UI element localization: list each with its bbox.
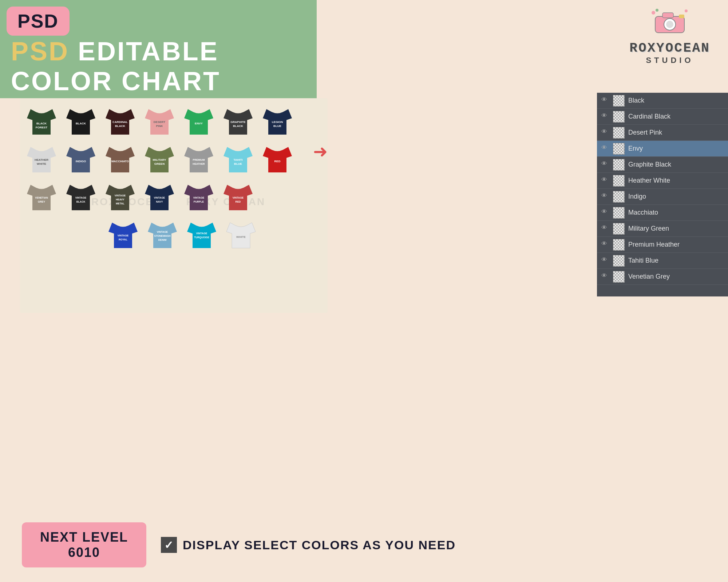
svg-text:GRAPHITE: GRAPHITE <box>230 120 246 124</box>
svg-text:HEATHER: HEATHER <box>193 163 205 165</box>
layer-name-envy: Envy <box>628 145 643 152</box>
layer-heather-white[interactable]: 👁 Heather White <box>597 173 728 189</box>
eye-icon[interactable]: 👁 <box>601 96 610 105</box>
svg-point-6 <box>656 9 658 12</box>
layer-tahiti-blue[interactable]: 👁 Tahiti Blue <box>597 253 728 269</box>
shirt-vintage-stonewash: VINTAGESTONEWASHDENIM <box>143 215 182 252</box>
svg-text:HEAVY: HEAVY <box>116 198 124 201</box>
layer-venetian-grey[interactable]: 👁 Venetian Grey <box>597 269 728 285</box>
svg-text:CARDINAL: CARDINAL <box>112 120 128 124</box>
arrow-indicator: ➜ <box>313 141 328 162</box>
svg-text:MILITARY: MILITARY <box>153 158 167 162</box>
eye-icon[interactable]: 👁 <box>601 112 610 121</box>
svg-text:VINTAGE: VINTAGE <box>196 232 207 235</box>
eye-icon[interactable]: 👁 <box>601 240 610 249</box>
layer-name-indigo: Indigo <box>628 193 646 200</box>
shirt-premium-heather: PREMIUMHEATHER <box>179 140 218 176</box>
svg-text:WHITE: WHITE <box>37 162 46 166</box>
eye-icon[interactable]: 👁 <box>601 176 610 185</box>
svg-text:LEGION: LEGION <box>272 120 283 124</box>
layer-name-premium-heather: Premium Heather <box>628 241 680 248</box>
layer-premium-heather[interactable]: 👁 Premium Heather <box>597 237 728 253</box>
shirt-military-green: MILITARYGREEN <box>140 140 179 176</box>
eye-icon[interactable]: 👁 <box>601 144 610 153</box>
layer-name-graphite-black: Graphite Black <box>628 161 671 168</box>
svg-text:STONEWASH: STONEWASH <box>154 235 171 237</box>
layer-graphite-black[interactable]: 👁 Graphite Black <box>597 157 728 173</box>
shirt-legion-blue: LEGIONBLUE <box>258 102 297 138</box>
layer-cardinal-black[interactable]: 👁 Cardinal Black <box>597 109 728 125</box>
svg-text:PREMIUM: PREMIUM <box>193 159 205 161</box>
svg-text:BLACK: BLACK <box>115 124 125 128</box>
layer-desert-pink[interactable]: 👁 Desert Pink <box>597 125 728 141</box>
eye-icon[interactable]: 👁 <box>601 160 610 169</box>
next-level-badge: NEXT LEVEL 6010 <box>22 522 146 567</box>
shirt-envy: ENVY <box>179 102 218 138</box>
svg-text:RED: RED <box>274 160 281 163</box>
layer-thumbnail <box>613 271 625 283</box>
eye-icon[interactable]: 👁 <box>601 256 610 265</box>
shirt-grid: BLACKFOREST BLACK CARDINALBLACK DESERTPI… <box>22 102 324 252</box>
bottom-bar: NEXT LEVEL 6010 ✓ DISPLAY SELECT COLORS … <box>22 522 706 567</box>
svg-point-7 <box>685 9 688 12</box>
title-line2: COLOR CHART <box>11 66 221 96</box>
shirt-macchiato: MACCHIATO <box>100 140 140 176</box>
shirt-graphite-black: GRAPHITEBLACK <box>218 102 258 138</box>
layer-thumbnail <box>613 207 625 219</box>
svg-text:TAHITI: TAHITI <box>233 158 242 162</box>
svg-text:VINTAGE: VINTAGE <box>154 196 165 199</box>
svg-text:BLACK: BLACK <box>233 124 243 128</box>
svg-rect-4 <box>679 15 684 18</box>
psd-badge-label: PSD <box>17 11 59 32</box>
svg-text:ENVY: ENVY <box>195 122 203 125</box>
svg-text:BLUE: BLUE <box>273 124 281 128</box>
display-select-label: DISPLAY SELECT COLORS AS YOU NEED <box>183 538 456 552</box>
layer-thumbnail <box>613 95 625 107</box>
shirt-vintage-royal: VINTAGEROYAL <box>103 215 143 252</box>
shirt-heather-white: HEATHERWHITE <box>22 140 61 176</box>
eye-icon[interactable]: 👁 <box>601 192 610 201</box>
display-select-area: ✓ DISPLAY SELECT COLORS AS YOU NEED <box>161 537 456 553</box>
layer-black[interactable]: 👁 Black <box>597 93 728 109</box>
svg-text:BLUE: BLUE <box>234 162 242 166</box>
eye-icon[interactable]: 👁 <box>601 272 610 281</box>
eye-icon[interactable]: 👁 <box>601 224 610 233</box>
layer-name-black: Black <box>628 97 644 104</box>
shirt-row-4: VINTAGEROYAL VINTAGESTONEWASHDENIM VINTA… <box>22 215 324 252</box>
layer-military-green[interactable]: 👁 Military Green <box>597 221 728 237</box>
layer-envy[interactable]: 👁 Envy <box>597 141 728 157</box>
layer-macchiato[interactable]: 👁 Macchiato <box>597 205 728 221</box>
shirt-red: RED <box>258 140 297 176</box>
shirt-vintage-red: VINTAGERED <box>218 178 258 214</box>
layer-thumbnail <box>613 255 625 267</box>
layer-thumbnail <box>613 127 625 139</box>
next-level-line1: NEXT LEVEL <box>40 530 128 545</box>
svg-text:DESERT: DESERT <box>154 120 166 124</box>
svg-text:VINTAGE: VINTAGE <box>193 196 205 199</box>
layer-thumbnail <box>613 223 625 235</box>
svg-text:PINK: PINK <box>156 124 163 128</box>
layer-name-heather-white: Heather White <box>628 177 670 184</box>
svg-text:HEATHER: HEATHER <box>35 158 48 162</box>
svg-text:VINTAGE: VINTAGE <box>118 234 129 237</box>
eye-icon[interactable]: 👁 <box>601 208 610 217</box>
layer-indigo[interactable]: 👁 Indigo <box>597 189 728 205</box>
title-line1: PSD EDITABLE <box>11 36 221 66</box>
svg-text:RED: RED <box>236 200 241 203</box>
shirt-desert-pink: DESERTPINK <box>140 102 179 138</box>
svg-text:VINTAGE: VINTAGE <box>75 196 87 199</box>
logo-studio: STUDIO <box>619 56 721 65</box>
shirt-black-forest: BLACKFOREST <box>22 102 61 138</box>
svg-text:GREEN: GREEN <box>154 162 165 166</box>
layer-thumbnail <box>613 111 625 123</box>
shirt-cardinal-black: CARDINALBLACK <box>100 102 140 138</box>
shirt-indigo: INDIGO <box>61 140 100 176</box>
shirt-black: BLACK <box>61 102 100 138</box>
layer-name-tahiti-blue: Tahiti Blue <box>628 257 658 264</box>
eye-icon[interactable]: 👁 <box>601 128 610 137</box>
shirt-vintage-black: VINTAGEBLACK <box>61 178 100 214</box>
logo-area: ROXYOCEAN STUDIO <box>619 7 721 65</box>
svg-text:FOREST: FOREST <box>36 126 48 129</box>
svg-text:METAL: METAL <box>116 202 124 205</box>
layer-thumbnail <box>613 239 625 251</box>
